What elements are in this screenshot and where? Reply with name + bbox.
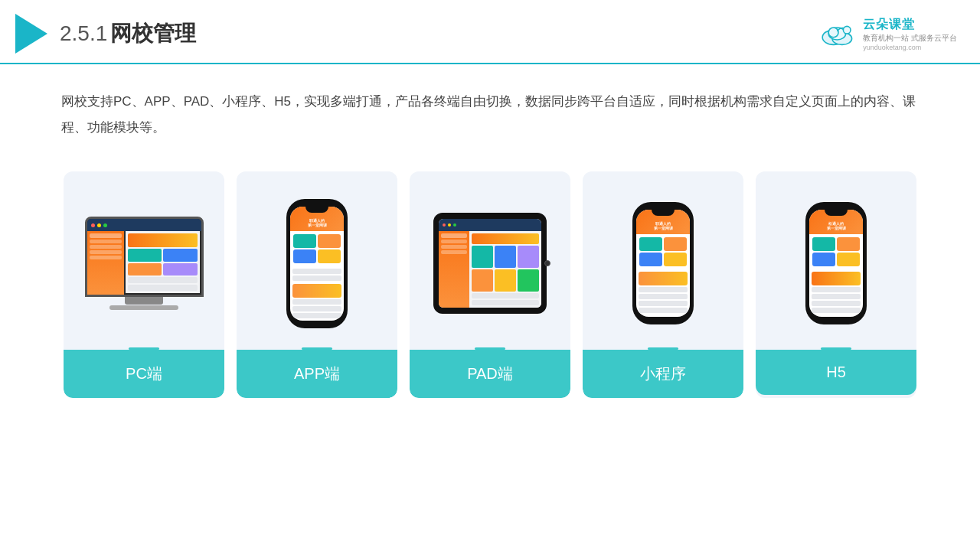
- card-pc-image: [64, 171, 224, 347]
- brand-logo: 云朵课堂 教育机构一站 式服务云平台 yunduoketang.com: [820, 17, 957, 51]
- svg-point-4: [844, 26, 851, 34]
- card-pad: PAD端: [410, 171, 570, 398]
- card-h5-image: 松通人的第一堂网课: [756, 171, 916, 347]
- card-h5-label: H5: [756, 350, 916, 395]
- svg-point-3: [828, 28, 838, 37]
- brand-text: 云朵课堂 教育机构一站 式服务云平台 yunduoketang.com: [863, 17, 957, 51]
- cloud-icon: [820, 20, 857, 47]
- card-pc-label: PC端: [64, 350, 224, 398]
- card-miniprogram: 职通人的第一堂网课: [583, 171, 743, 398]
- card-h5: 松通人的第一堂网课: [756, 171, 916, 398]
- page-title: 2.5.1网校管理: [60, 19, 196, 48]
- platform-cards: PC端 职通人的第一堂网课: [0, 156, 980, 413]
- header-left: 2.5.1网校管理: [15, 14, 196, 54]
- card-miniprogram-label: 小程序: [583, 350, 743, 398]
- page-description: 网校支持PC、APP、PAD、小程序、H5，实现多端打通，产品各终端自由切换，数…: [0, 64, 980, 156]
- card-pc: PC端: [64, 171, 224, 398]
- card-app-label: APP端: [237, 350, 397, 398]
- card-pad-image: [410, 171, 570, 347]
- page-header: 2.5.1网校管理 云朵课堂 教育机构一站 式服务云平台 yunduoketan…: [0, 0, 980, 64]
- card-app: 职通人的第一堂网课: [237, 171, 397, 398]
- card-app-image: 职通人的第一堂网课: [237, 171, 397, 347]
- card-pad-label: PAD端: [410, 350, 570, 398]
- card-miniprogram-image: 职通人的第一堂网课: [583, 171, 743, 347]
- arrow-logo-icon: [15, 14, 47, 54]
